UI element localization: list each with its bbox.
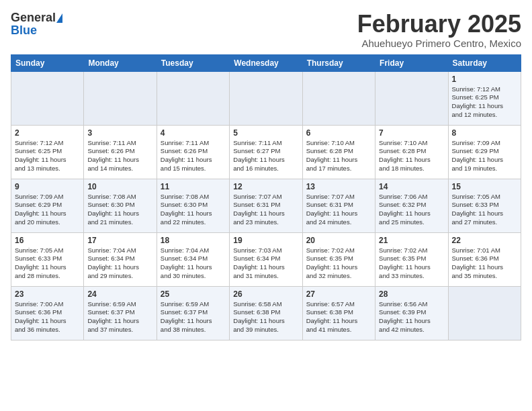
calendar-cell: 19Sunrise: 7:03 AM Sunset: 6:34 PM Dayli…: [230, 232, 302, 286]
calendar-week-row: 2Sunrise: 7:12 AM Sunset: 6:25 PM Daylig…: [11, 125, 521, 179]
day-info: Sunrise: 7:10 AM Sunset: 6:28 PM Dayligh…: [379, 139, 444, 173]
day-info: Sunrise: 7:10 AM Sunset: 6:28 PM Dayligh…: [306, 139, 371, 173]
day-info: Sunrise: 7:07 AM Sunset: 6:31 PM Dayligh…: [233, 193, 298, 227]
day-info: Sunrise: 6:59 AM Sunset: 6:37 PM Dayligh…: [87, 300, 152, 334]
location: Ahuehueyo Primero Centro, Mexico: [357, 38, 521, 49]
day-number: 14: [379, 182, 444, 191]
calendar-week-row: 1Sunrise: 7:12 AM Sunset: 6:25 PM Daylig…: [11, 71, 521, 125]
calendar-cell: 27Sunrise: 6:57 AM Sunset: 6:38 PM Dayli…: [302, 286, 375, 340]
day-number: 18: [161, 236, 226, 245]
logo-general: General: [11, 11, 56, 25]
day-info: Sunrise: 7:07 AM Sunset: 6:31 PM Dayligh…: [306, 193, 371, 227]
day-number: 17: [87, 236, 152, 245]
day-number: 16: [15, 236, 80, 245]
calendar-cell: 13Sunrise: 7:07 AM Sunset: 6:31 PM Dayli…: [302, 179, 375, 232]
calendar-cell: 3Sunrise: 7:11 AM Sunset: 6:26 PM Daylig…: [84, 125, 157, 179]
calendar-cell: 23Sunrise: 7:00 AM Sunset: 6:36 PM Dayli…: [11, 286, 84, 340]
calendar-cell: 4Sunrise: 7:11 AM Sunset: 6:26 PM Daylig…: [157, 125, 229, 179]
day-info: Sunrise: 7:02 AM Sunset: 6:35 PM Dayligh…: [379, 246, 444, 281]
calendar-cell: 20Sunrise: 7:02 AM Sunset: 6:35 PM Dayli…: [302, 232, 375, 286]
day-number: 2: [15, 128, 80, 138]
day-info: Sunrise: 7:09 AM Sunset: 6:29 PM Dayligh…: [452, 139, 517, 173]
calendar-cell: 2Sunrise: 7:12 AM Sunset: 6:25 PM Daylig…: [11, 125, 84, 179]
day-info: Sunrise: 7:12 AM Sunset: 6:25 PM Dayligh…: [15, 139, 80, 173]
calendar-cell: 26Sunrise: 6:58 AM Sunset: 6:38 PM Dayli…: [230, 286, 302, 340]
day-number: 26: [233, 289, 298, 299]
day-number: 28: [379, 289, 444, 299]
day-info: Sunrise: 7:02 AM Sunset: 6:35 PM Dayligh…: [306, 246, 371, 281]
day-number: 9: [15, 182, 80, 191]
day-number: 7: [379, 128, 444, 138]
logo-blue: Blue: [11, 24, 37, 38]
day-number: 24: [87, 289, 152, 299]
calendar-week-row: 23Sunrise: 7:00 AM Sunset: 6:36 PM Dayli…: [11, 286, 521, 340]
day-number: 4: [161, 128, 226, 138]
calendar-cell: 12Sunrise: 7:07 AM Sunset: 6:31 PM Dayli…: [230, 179, 302, 232]
day-number: 27: [306, 289, 371, 299]
day-info: Sunrise: 7:04 AM Sunset: 6:34 PM Dayligh…: [87, 246, 152, 281]
day-number: 11: [161, 182, 226, 191]
day-number: 25: [161, 289, 226, 299]
day-info: Sunrise: 7:08 AM Sunset: 6:30 PM Dayligh…: [161, 193, 226, 227]
calendar-cell: [230, 71, 302, 125]
day-info: Sunrise: 7:00 AM Sunset: 6:36 PM Dayligh…: [15, 300, 80, 334]
calendar-cell: 22Sunrise: 7:01 AM Sunset: 6:36 PM Dayli…: [448, 232, 521, 286]
day-number: 15: [452, 182, 517, 191]
weekday-header-sunday: Sunday: [11, 54, 84, 71]
day-info: Sunrise: 7:08 AM Sunset: 6:30 PM Dayligh…: [87, 193, 152, 227]
calendar-cell: 9Sunrise: 7:09 AM Sunset: 6:29 PM Daylig…: [11, 179, 84, 232]
calendar-cell: 16Sunrise: 7:05 AM Sunset: 6:33 PM Dayli…: [11, 232, 84, 286]
day-number: 3: [87, 128, 152, 138]
weekday-header-thursday: Thursday: [302, 54, 375, 71]
weekday-header-monday: Monday: [84, 54, 157, 71]
day-number: 19: [233, 236, 298, 245]
weekday-header-wednesday: Wednesday: [230, 54, 302, 71]
weekday-header-row: SundayMondayTuesdayWednesdayThursdayFrid…: [11, 54, 521, 71]
calendar-cell: 17Sunrise: 7:04 AM Sunset: 6:34 PM Dayli…: [84, 232, 157, 286]
day-info: Sunrise: 7:05 AM Sunset: 6:33 PM Dayligh…: [15, 246, 80, 281]
day-info: Sunrise: 7:04 AM Sunset: 6:34 PM Dayligh…: [161, 246, 226, 281]
day-number: 5: [233, 128, 298, 138]
calendar-cell: 15Sunrise: 7:05 AM Sunset: 6:33 PM Dayli…: [448, 179, 521, 232]
calendar-cell: 25Sunrise: 6:59 AM Sunset: 6:37 PM Dayli…: [157, 286, 229, 340]
calendar-week-row: 9Sunrise: 7:09 AM Sunset: 6:29 PM Daylig…: [11, 179, 521, 232]
day-info: Sunrise: 6:59 AM Sunset: 6:37 PM Dayligh…: [161, 300, 226, 334]
day-info: Sunrise: 7:01 AM Sunset: 6:36 PM Dayligh…: [452, 246, 517, 281]
calendar-cell: [448, 286, 521, 340]
calendar-cell: 1Sunrise: 7:12 AM Sunset: 6:25 PM Daylig…: [448, 71, 521, 125]
day-info: Sunrise: 7:03 AM Sunset: 6:34 PM Dayligh…: [233, 246, 298, 281]
logo-triangle: [56, 13, 62, 23]
weekday-header-tuesday: Tuesday: [157, 54, 229, 71]
calendar-cell: [11, 71, 84, 125]
day-info: Sunrise: 6:56 AM Sunset: 6:39 PM Dayligh…: [379, 300, 444, 334]
day-number: 23: [15, 289, 80, 299]
day-number: 13: [306, 182, 371, 191]
day-number: 21: [379, 236, 444, 245]
calendar-cell: 8Sunrise: 7:09 AM Sunset: 6:29 PM Daylig…: [448, 125, 521, 179]
calendar-cell: 18Sunrise: 7:04 AM Sunset: 6:34 PM Dayli…: [157, 232, 229, 286]
day-info: Sunrise: 7:11 AM Sunset: 6:26 PM Dayligh…: [87, 139, 152, 173]
calendar-cell: 14Sunrise: 7:06 AM Sunset: 6:32 PM Dayli…: [375, 179, 448, 232]
day-number: 6: [306, 128, 371, 138]
day-number: 1: [452, 75, 517, 84]
day-info: Sunrise: 7:12 AM Sunset: 6:25 PM Dayligh…: [452, 85, 517, 120]
calendar-cell: [84, 71, 157, 125]
title-area: February 2025 Ahuehueyo Primero Centro, …: [357, 11, 521, 49]
day-info: Sunrise: 7:11 AM Sunset: 6:27 PM Dayligh…: [233, 139, 298, 173]
day-number: 20: [306, 236, 371, 245]
calendar-week-row: 16Sunrise: 7:05 AM Sunset: 6:33 PM Dayli…: [11, 232, 521, 286]
day-info: Sunrise: 7:09 AM Sunset: 6:29 PM Dayligh…: [15, 193, 80, 227]
day-info: Sunrise: 6:57 AM Sunset: 6:38 PM Dayligh…: [306, 300, 371, 334]
calendar-cell: 21Sunrise: 7:02 AM Sunset: 6:35 PM Dayli…: [375, 232, 448, 286]
calendar-table: SundayMondayTuesdayWednesdayThursdayFrid…: [11, 54, 521, 340]
calendar-cell: 24Sunrise: 6:59 AM Sunset: 6:37 PM Dayli…: [84, 286, 157, 340]
page-header: General Blue February 2025 Ahuehueyo Pri…: [11, 11, 521, 49]
calendar-cell: [302, 71, 375, 125]
calendar-cell: 5Sunrise: 7:11 AM Sunset: 6:27 PM Daylig…: [230, 125, 302, 179]
month-title: February 2025: [357, 11, 521, 38]
day-info: Sunrise: 7:06 AM Sunset: 6:32 PM Dayligh…: [379, 193, 444, 227]
logo: General Blue: [11, 11, 62, 38]
weekday-header-saturday: Saturday: [448, 54, 521, 71]
day-number: 12: [233, 182, 298, 191]
day-info: Sunrise: 6:58 AM Sunset: 6:38 PM Dayligh…: [233, 300, 298, 334]
